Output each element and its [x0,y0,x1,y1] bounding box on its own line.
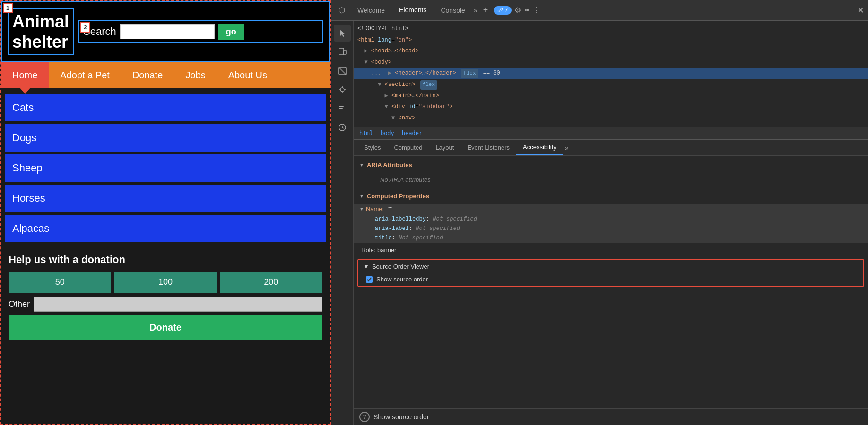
dt-tab-styles[interactable]: Styles [357,140,387,155]
svg-rect-1 [344,50,346,54]
amount-200-button[interactable]: 200 [220,272,322,293]
tree-body[interactable]: ▼ <body> [354,57,868,68]
aria-section-title: ARIA Attributes [367,162,412,169]
role-row: Role: banner [354,245,868,255]
sov-triangle-icon: ▼ [363,263,369,270]
tree-doctype: <!DOCTYPE html> [354,24,868,35]
dt-clock-icon[interactable] [334,119,351,136]
animal-item-horses[interactable]: Horses [5,185,326,212]
nav-item-home[interactable]: Home [1,62,49,88]
nav-item-jobs[interactable]: Jobs [174,62,217,88]
other-label: Other [9,299,30,309]
html-tree: <!DOCTYPE html> <html lang="en"> ▶ <head… [354,21,868,127]
animal-item-alpacas[interactable]: Alpacas [5,215,326,242]
dt-paint-icon[interactable] [334,100,351,117]
order-badge-1: 1 [3,3,13,13]
devtools-panel: ⬡ Welcome Elements Console » + ☍ 7 ⚙ ⚭ ⋮… [331,0,868,425]
aria-label-row: aria-label: Not specified [354,224,868,233]
dt-tab-console[interactable]: Console [435,4,470,17]
dt-overflow-icon[interactable]: ⋮ [533,6,540,15]
dt-sub-tabs: Styles Computed Layout Event Listeners A… [354,140,868,156]
show-source-text: Show source order [373,413,429,421]
tree-html[interactable]: <html lang="en"> [354,35,868,46]
breadcrumb-header[interactable]: header [400,129,424,137]
dt-sub-tab-more-icon[interactable]: » [565,144,569,152]
svg-rect-9 [339,106,344,107]
show-source-order-label: Show source order [376,276,428,283]
order-badge-2: 2 [80,22,90,33]
site-nav: Home Adopt a Pet Donate Jobs About Us [1,62,330,88]
accessibility-content: ▼ ARIA Attributes No ARIA attributes ▼ C… [354,156,868,408]
site-header: 1 Animalshelter 2 Search go [1,1,330,62]
nav-item-donate[interactable]: Donate [121,62,174,88]
dt-gear-icon[interactable]: ⚙ [514,6,521,15]
dt-tab-welcome[interactable]: Welcome [352,4,391,17]
dt-more-tabs-icon[interactable]: » [474,7,477,14]
dt-tab-layout[interactable]: Layout [429,140,460,155]
svg-point-4 [340,88,344,92]
tree-main[interactable]: ▶ <main>…</main> [354,91,868,102]
cursor-icon[interactable]: ⬡ [335,4,349,17]
dt-person-icon[interactable]: ⚭ [524,6,530,15]
aria-section-header[interactable]: ▼ ARIA Attributes [354,160,868,170]
dt-tab-event-listeners[interactable]: Event Listeners [460,140,516,155]
tree-nav[interactable]: ▼ <nav> [354,113,868,124]
dt-left-icons [331,21,354,425]
dt-close-button[interactable]: ✕ [857,5,864,16]
dt-breadcrumb: html body header [354,127,868,140]
other-amount-input[interactable] [34,297,322,312]
animal-item-cats[interactable]: Cats [5,94,326,121]
aria-labelledby-row: aria-labelledby: Not specified [354,214,868,224]
breadcrumb-html[interactable]: html [357,129,375,137]
tree-section[interactable]: ▼ <section> flex [354,79,868,91]
svg-line-14 [342,128,344,128]
devtools-body: <!DOCTYPE html> <html lang="en"> ▶ <head… [331,21,868,425]
go-button[interactable]: go [218,24,244,40]
donate-button[interactable]: Donate [9,315,322,340]
dt-bottom-bar: ? Show source order [354,408,868,425]
animal-list: Cats Dogs Sheep Horses Alpacas [1,88,330,248]
amount-100-button[interactable]: 100 [114,272,217,293]
svg-rect-11 [339,110,342,110]
animal-item-sheep[interactable]: Sheep [5,154,326,182]
name-triangle-icon: ▼ [359,206,364,212]
tree-head[interactable]: ▶ <head>…</head> [354,46,868,57]
show-source-order-checkbox[interactable] [366,276,373,283]
devtools-toolbar: ⬡ Welcome Elements Console » + ☍ 7 ⚙ ⚭ ⋮… [331,0,868,21]
sov-content: Show source order [358,273,863,286]
dt-tab-elements[interactable]: Elements [393,3,432,17]
dt-new-tab-icon[interactable]: + [480,5,491,15]
dt-inspect-icon[interactable] [334,25,351,42]
dt-bug-icon[interactable] [334,81,351,98]
computed-section-title: Computed Properties [367,193,429,200]
sov-header[interactable]: ▼ Source Order Viewer [358,260,863,273]
dt-tab-computed[interactable]: Computed [387,140,429,155]
svg-rect-10 [339,108,343,109]
computed-section: ▼ Computed Properties ▼ Name: "" aria-la… [354,191,868,255]
dt-tab-accessibility[interactable]: Accessibility [516,140,563,155]
donation-section: Help us with a donation 50 100 200 Other… [1,248,330,345]
svg-line-3 [339,67,346,75]
dt-main: <!DOCTYPE html> <html lang="en"> ▶ <head… [354,21,868,425]
tree-header[interactable]: ... ▶ <header>…</header> flex == $0 [354,68,868,79]
dt-device-icon[interactable] [334,43,351,60]
name-row[interactable]: ▼ Name: "" [354,204,868,214]
amount-50-button[interactable]: 50 [9,272,111,293]
dt-no-image-icon[interactable] [334,62,351,79]
left-panel: 1 Animalshelter 2 Search go Home Adopt a… [0,0,331,425]
computed-triangle-icon: ▼ [359,194,364,199]
animal-item-dogs[interactable]: Dogs [5,124,326,152]
nav-item-about[interactable]: About Us [217,62,278,88]
breadcrumb-body[interactable]: body [379,129,396,137]
tree-div-sidebar[interactable]: ▼ <div id="sidebar"> [354,102,868,113]
nav-item-adopt[interactable]: Adopt a Pet [49,62,121,88]
no-aria-text: No ARIA attributes [365,172,857,187]
help-icon[interactable]: ? [359,412,370,422]
source-order-viewer-section: ▼ Source Order Viewer Show source order [357,259,864,287]
search-input[interactable] [120,24,215,39]
donation-amounts: 50 100 200 [9,272,322,293]
computed-section-header[interactable]: ▼ Computed Properties [354,191,868,202]
svg-rect-0 [339,48,344,55]
aria-section-content: No ARIA attributes [354,170,868,189]
aria-triangle-icon: ▼ [359,162,364,168]
